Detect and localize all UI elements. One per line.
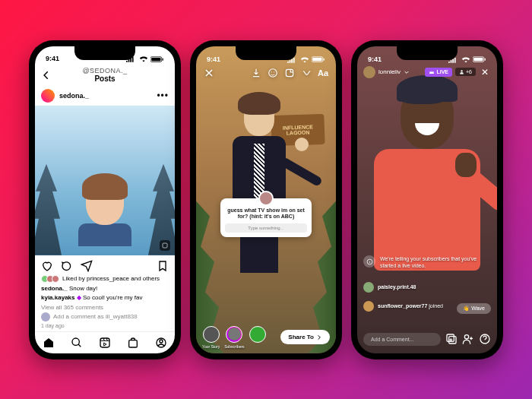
comment-icon[interactable]: [61, 260, 73, 272]
chevron-right-icon: [316, 334, 322, 340]
live-comment: sunflower_power77 joined: [363, 301, 443, 312]
profile-icon[interactable]: [155, 337, 167, 349]
person-graphic: [78, 179, 131, 248]
share-icon[interactable]: [81, 260, 93, 272]
avatar[interactable]: [41, 89, 55, 103]
wave-button[interactable]: 👋 Wave: [457, 303, 491, 314]
svg-rect-3: [163, 243, 167, 248]
post-author-row[interactable]: sedona._ •••: [35, 86, 175, 106]
svg-rect-6: [128, 340, 137, 347]
header-username[interactable]: @SEDONA._: [82, 67, 127, 74]
phone-live: 9:41 lonnieiiv LIVE +6 ✕: [351, 40, 503, 359]
close-icon[interactable]: ✕: [479, 67, 491, 78]
add-comment-input[interactable]: Add a Comment...: [363, 333, 441, 346]
svg-rect-15: [286, 69, 293, 76]
download-icon[interactable]: [251, 68, 261, 78]
smiley-icon[interactable]: [268, 68, 278, 78]
sticker-icon[interactable]: [284, 68, 295, 78]
posts-header: @SEDONA._ Posts: [35, 64, 175, 86]
svg-rect-2: [163, 58, 163, 60]
caption-user[interactable]: sedona._: [41, 285, 68, 292]
post-media[interactable]: [35, 106, 175, 255]
phone-notch: [397, 46, 458, 60]
info-icon: [363, 255, 375, 268]
view-all-comments[interactable]: View all 365 comments: [35, 304, 175, 312]
timestamp: 1 day ago: [35, 323, 175, 331]
avatar: [258, 191, 274, 206]
like-icon[interactable]: [41, 260, 53, 272]
question-input[interactable]: Type something...: [225, 223, 307, 233]
share-label: Share To: [288, 334, 314, 340]
avatar[interactable]: [363, 301, 374, 312]
back-icon[interactable]: [41, 70, 52, 81]
comment-text: So cool! you're my fav: [83, 294, 142, 301]
live-label: LIVE: [436, 69, 448, 74]
phone-notch: [236, 46, 296, 60]
close-icon[interactable]: [204, 68, 214, 78]
caption: sedona._ Snow day!: [35, 285, 175, 294]
status-time: 9:41: [46, 55, 59, 62]
gallery-icon[interactable]: [445, 333, 458, 345]
svg-rect-17: [473, 58, 483, 61]
subscribers-target[interactable]: Subscribers: [224, 326, 244, 349]
comment-user[interactable]: paisley.print.48: [378, 284, 416, 290]
svg-rect-5: [100, 338, 109, 347]
close-friends-target[interactable]: [249, 326, 266, 349]
comment-text: joined: [429, 303, 443, 309]
your-story-label: Your Story: [202, 344, 220, 349]
comment-user[interactable]: sunflower_power77: [378, 303, 427, 309]
live-bottom-bar: Add a Comment...: [357, 333, 497, 346]
phone-story-editor: INFLUENCE LAGOON 9:41 Aa: [190, 40, 342, 359]
live-username[interactable]: lonnieiiv: [378, 68, 401, 75]
questions-icon[interactable]: [479, 333, 491, 345]
tree-graphic: [35, 164, 62, 255]
svg-point-4: [72, 338, 79, 345]
reels-nav-icon[interactable]: [99, 337, 111, 349]
home-icon[interactable]: [43, 337, 55, 349]
comment-user[interactable]: kyia.kayaks: [41, 294, 75, 301]
add-comment-label[interactable]: Add a comment as lil_wyatt838: [53, 313, 138, 320]
share-to-button[interactable]: Share To: [280, 330, 330, 344]
svg-rect-10: [312, 58, 321, 61]
verified-badge-icon: ◆: [77, 294, 81, 301]
avatar[interactable]: [363, 66, 375, 78]
person-icon: [459, 69, 464, 74]
likes-row[interactable]: Liked by princess_peace and others: [35, 275, 175, 285]
person-graphic: [225, 100, 293, 267]
more-icon[interactable]: •••: [157, 90, 169, 101]
save-icon[interactable]: [157, 260, 169, 272]
svg-rect-1: [151, 58, 160, 61]
header-title: Posts: [82, 74, 127, 83]
svg-rect-11: [324, 58, 325, 60]
effects-icon[interactable]: [301, 68, 312, 78]
likes-text[interactable]: Liked by princess_peace and others: [62, 275, 160, 282]
invite-icon[interactable]: [462, 333, 474, 345]
post-actions: [35, 255, 175, 275]
phone-notch: [74, 46, 135, 60]
post-username[interactable]: sedona._: [59, 92, 89, 100]
viewer-count[interactable]: +6: [455, 68, 476, 76]
svg-point-8: [160, 340, 163, 343]
add-comment-row[interactable]: Add a comment as lil_wyatt838: [35, 312, 175, 323]
question-sticker[interactable]: guess what TV show im on set for? (hint:…: [220, 198, 312, 238]
svg-point-13: [271, 71, 272, 72]
chevron-down-icon[interactable]: [404, 69, 410, 75]
svg-point-19: [461, 70, 462, 71]
text-tool[interactable]: Aa: [318, 68, 328, 78]
story-toolbar: Aa: [196, 68, 336, 78]
status-time: 9:41: [368, 55, 382, 63]
question-text: guess what TV show im on set for? (hint:…: [225, 207, 307, 220]
reels-icon: [160, 240, 170, 251]
bottom-nav: [35, 331, 175, 353]
avatar[interactable]: [363, 282, 374, 293]
avatar: [249, 326, 266, 343]
svg-point-23: [464, 335, 468, 339]
live-header: lonnieiiv LIVE +6 ✕: [357, 66, 497, 78]
search-icon[interactable]: [71, 337, 83, 349]
comment-row: kyia.kayaks ◆ So cool! you're my fav: [35, 294, 175, 303]
viewer-count-value: +6: [466, 69, 472, 74]
shop-icon[interactable]: [127, 337, 139, 349]
your-story-target[interactable]: Your Story: [202, 326, 220, 349]
live-badge: LIVE: [425, 68, 452, 77]
avatar: [203, 326, 220, 343]
